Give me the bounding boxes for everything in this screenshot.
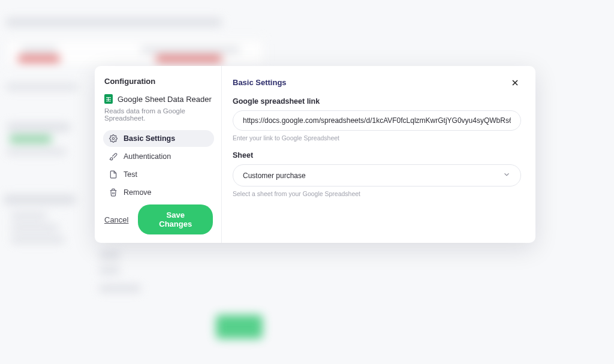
nav-test[interactable]: Test bbox=[103, 166, 214, 183]
configuration-title: Configuration bbox=[103, 77, 214, 86]
file-icon bbox=[109, 170, 118, 179]
chevron-down-icon bbox=[502, 170, 511, 181]
panel-title: Basic Settings bbox=[233, 78, 287, 87]
nav-basic-settings[interactable]: Basic Settings bbox=[103, 130, 214, 147]
modal-content: Basic Settings Google spreadsheet link E… bbox=[222, 66, 535, 243]
sheet-label: Sheet bbox=[233, 151, 521, 160]
modal-footer: Cancel Save Changes bbox=[103, 202, 214, 234]
google-sheets-icon bbox=[104, 94, 113, 104]
nav-item-label: Authentication bbox=[124, 152, 171, 161]
component-header: Google Sheet Data Reader bbox=[103, 94, 214, 104]
nav-item-label: Remove bbox=[124, 188, 152, 197]
close-icon bbox=[510, 78, 521, 88]
close-button[interactable] bbox=[510, 78, 521, 89]
component-description: Reads data from a Google Spreadsheet. bbox=[103, 107, 214, 122]
nav-item-label: Basic Settings bbox=[124, 134, 175, 143]
sheet-selected-value: Customer purchase bbox=[243, 172, 306, 180]
spreadsheet-link-input[interactable] bbox=[233, 110, 521, 131]
spreadsheet-link-hint: Enter your link to Google Spreadsheet bbox=[233, 134, 521, 142]
trash-icon bbox=[109, 188, 118, 197]
svg-point-0 bbox=[112, 137, 115, 140]
nav-item-label: Test bbox=[124, 170, 137, 179]
save-changes-button[interactable]: Save Changes bbox=[138, 204, 213, 234]
spreadsheet-link-label: Google spreadsheet link bbox=[233, 97, 521, 106]
panel-header: Basic Settings bbox=[233, 78, 521, 89]
configuration-modal: Configuration Google Sheet Data Reader R… bbox=[95, 66, 535, 243]
sidebar-nav: Basic Settings Authentication Test Remov… bbox=[103, 130, 214, 201]
sheet-hint: Select a sheet from your Google Spreadsh… bbox=[233, 190, 521, 197]
nav-authentication[interactable]: Authentication bbox=[103, 148, 214, 165]
modal-sidebar: Configuration Google Sheet Data Reader R… bbox=[95, 66, 222, 243]
nav-remove[interactable]: Remove bbox=[103, 184, 214, 201]
component-name: Google Sheet Data Reader bbox=[118, 95, 212, 104]
settings-icon bbox=[109, 134, 118, 143]
sheet-select[interactable]: Customer purchase bbox=[233, 164, 521, 186]
cancel-button[interactable]: Cancel bbox=[104, 215, 128, 224]
brush-icon bbox=[109, 152, 118, 161]
